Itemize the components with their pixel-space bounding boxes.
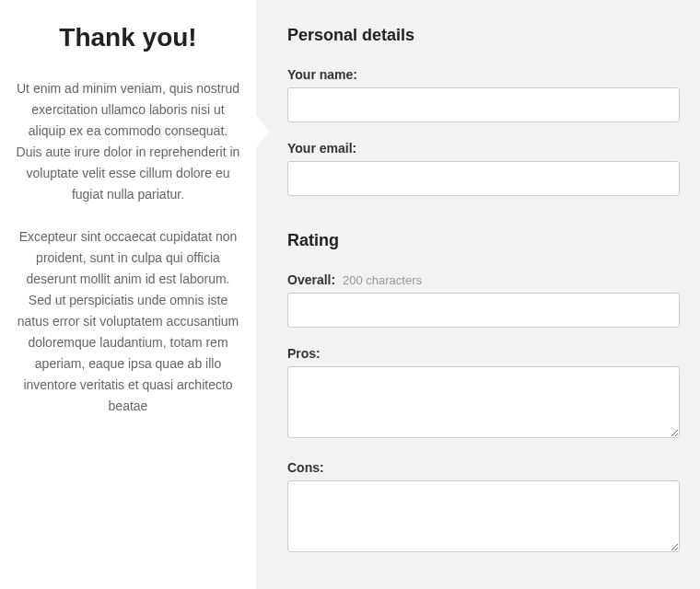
rating-heading: Rating bbox=[287, 231, 680, 250]
email-label: Your email: bbox=[287, 141, 680, 156]
cons-field-group: Cons: bbox=[287, 460, 680, 556]
overall-input[interactable] bbox=[287, 293, 680, 328]
intro-paragraph-2: Excepteur sint occaecat cupidatat non pr… bbox=[14, 226, 242, 418]
email-input[interactable] bbox=[287, 161, 680, 196]
email-field-group: Your email: bbox=[287, 141, 680, 196]
cons-label: Cons: bbox=[287, 460, 680, 475]
overall-hint: 200 characters bbox=[343, 273, 422, 287]
cons-textarea[interactable] bbox=[287, 480, 680, 552]
overall-label: Overall: 200 characters bbox=[287, 272, 680, 287]
intro-panel: Thank you! Ut enim ad minim veniam, quis… bbox=[0, 0, 256, 589]
overall-field-group: Overall: 200 characters bbox=[287, 272, 680, 328]
personal-details-heading: Personal details bbox=[287, 26, 680, 45]
name-input[interactable] bbox=[287, 87, 680, 122]
pros-textarea[interactable] bbox=[287, 366, 680, 438]
form-panel: Personal details Your name: Your email: … bbox=[256, 0, 700, 589]
name-field-group: Your name: bbox=[287, 67, 680, 122]
name-label: Your name: bbox=[287, 67, 680, 82]
thank-you-title: Thank you! bbox=[14, 23, 242, 52]
pros-label: Pros: bbox=[287, 346, 680, 361]
pros-field-group: Pros: bbox=[287, 346, 680, 442]
intro-paragraph-1: Ut enim ad minim veniam, quis nostrud ex… bbox=[14, 78, 242, 206]
overall-label-text: Overall: bbox=[287, 272, 335, 287]
